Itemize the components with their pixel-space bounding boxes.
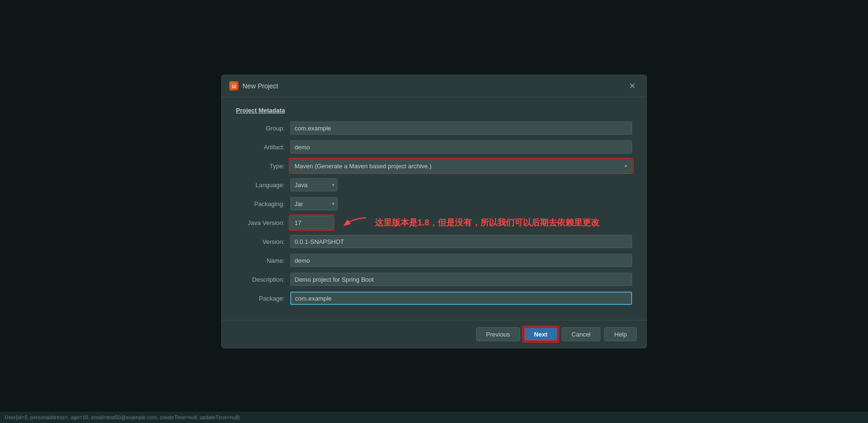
dialog-title: New Project xyxy=(243,82,278,90)
package-row: Package: xyxy=(236,292,632,305)
name-row: Name: xyxy=(236,254,632,267)
artifact-input[interactable] xyxy=(290,140,632,154)
group-input[interactable] xyxy=(290,121,632,135)
type-select[interactable]: Maven (Generate a Maven based project ar… xyxy=(290,159,632,173)
artifact-row: Artifact: xyxy=(236,140,632,154)
next-button-wrapper: Next xyxy=(524,327,558,341)
dialog-footer: Previous Next Cancel Help xyxy=(222,320,646,348)
name-label: Name: xyxy=(236,257,290,264)
annotation-arrow xyxy=(340,216,368,230)
version-row: Version: xyxy=(236,235,632,248)
packaging-row: Packaging: Jar War xyxy=(236,197,632,210)
group-row: Group: xyxy=(236,121,632,135)
java-version-row: Java Version: 17 11 8 xyxy=(236,216,632,229)
language-select-wrapper: Java Kotlin Groovy xyxy=(290,178,338,191)
name-input[interactable] xyxy=(290,254,632,267)
status-text: User{id=5, personaddress=, age=16, email… xyxy=(5,414,240,420)
java-version-select[interactable]: 17 11 8 xyxy=(290,216,333,229)
language-row: Language: Java Kotlin Groovy xyxy=(236,178,632,191)
java-version-label: Java Version: xyxy=(236,219,290,226)
dialog-titlebar: IJ New Project ✕ xyxy=(222,75,646,97)
version-input[interactable] xyxy=(290,235,632,248)
package-input[interactable] xyxy=(290,292,632,305)
dialog-body: Project Metadata Group: Artifact: Type: … xyxy=(222,97,646,320)
type-label: Type: xyxy=(236,163,290,170)
help-button[interactable]: Help xyxy=(604,327,637,341)
language-select[interactable]: Java Kotlin Groovy xyxy=(290,178,338,191)
language-label: Language: xyxy=(236,181,290,189)
artifact-label: Artifact: xyxy=(236,144,290,151)
description-label: Description: xyxy=(236,276,290,283)
section-title: Project Metadata xyxy=(236,107,632,114)
type-row: Type: Maven (Generate a Maven based proj… xyxy=(236,159,632,173)
next-button[interactable]: Next xyxy=(524,327,558,341)
description-row: Description: xyxy=(236,273,632,286)
packaging-select-wrapper: Jar War xyxy=(290,197,338,210)
annotation-text: 这里版本是1.8，但是没有，所以我们可以后期去依赖里更改 xyxy=(375,217,599,228)
packaging-label: Packaging: xyxy=(236,200,290,207)
description-input[interactable] xyxy=(290,273,632,286)
svg-text:IJ: IJ xyxy=(232,84,236,89)
java-version-wrapper: 17 11 8 xyxy=(290,216,333,229)
annotation-area: 这里版本是1.8，但是没有，所以我们可以后期去依赖里更改 xyxy=(340,216,599,230)
bottom-status-bar: User{id=5, personaddress=, age=16, email… xyxy=(0,412,868,423)
packaging-select[interactable]: Jar War xyxy=(290,197,338,210)
close-button[interactable]: ✕ xyxy=(626,80,639,92)
title-left: IJ New Project xyxy=(229,81,278,91)
group-label: Group: xyxy=(236,125,290,132)
new-project-dialog: IJ New Project ✕ Project Metadata Group:… xyxy=(221,75,647,348)
previous-button[interactable]: Previous xyxy=(476,327,520,341)
version-label: Version: xyxy=(236,238,290,245)
package-label: Package: xyxy=(236,295,290,302)
cancel-button[interactable]: Cancel xyxy=(562,327,600,341)
app-icon: IJ xyxy=(229,81,239,91)
